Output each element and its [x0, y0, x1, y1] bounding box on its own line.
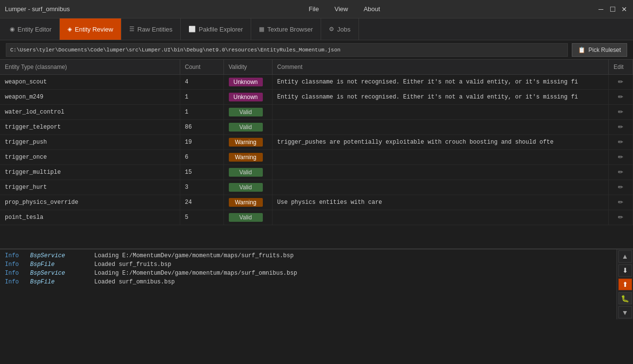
edit-button-4[interactable]: ✏ [618, 138, 623, 146]
menu-about[interactable]: About [360, 4, 383, 14]
table-row: prop_physics_override 24 Warning Use phy… [0, 195, 633, 210]
cell-count-0: 4 [180, 75, 223, 90]
cell-comment-3 [272, 120, 609, 135]
cell-edit-1: ✏ [609, 90, 633, 105]
log-row: Info BspFile Loaded surf_fruits.bsp [0, 260, 633, 269]
log-source-3: BspFile [30, 279, 88, 285]
tab-raw-entities[interactable]: ☰ Raw Entities [121, 18, 181, 40]
cell-edit-7: ✏ [609, 180, 633, 195]
download-log-button[interactable]: ⬇ [618, 265, 632, 277]
edit-button-7[interactable]: ✏ [618, 183, 623, 191]
table-row: trigger_push 19 Warning trigger_pushes a… [0, 135, 633, 150]
minimize-button[interactable]: ─ [597, 5, 605, 13]
raw-entities-icon: ☰ [129, 26, 135, 33]
scroll-down-button[interactable]: ▼ [618, 306, 632, 318]
cell-entity-type-6: trigger_multiple [0, 165, 180, 180]
edit-button-3[interactable]: ✏ [618, 123, 623, 131]
log-message-0: Loading E:/MomentumDev/game/momentum/map… [94, 252, 293, 259]
cell-count-8: 24 [180, 195, 223, 210]
cell-comment-0: Entity classname is not recognised. Eith… [272, 75, 609, 90]
log-controls: ▲ ⬇ ⬆ 🐛 ▼ [616, 249, 633, 319]
cell-comment-7 [272, 180, 609, 195]
bug-report-button[interactable]: 🐛 [618, 292, 632, 304]
jobs-icon: ⚙ [329, 26, 334, 33]
edit-button-5[interactable]: ✏ [618, 153, 623, 161]
validity-badge-2: Valid [229, 108, 263, 116]
close-button[interactable]: ✕ [620, 5, 628, 13]
cell-edit-0: ✏ [609, 75, 633, 90]
table-row: point_tesla 5 Valid ✏ [0, 210, 633, 225]
cell-comment-9 [272, 210, 609, 225]
entity-review-icon: ◈ [68, 26, 72, 33]
header-count: Count [180, 60, 223, 75]
tab-entity-review[interactable]: ◈ Entity Review [60, 18, 121, 40]
window-controls: ─ ☐ ✕ [597, 5, 628, 13]
cell-entity-type-9: point_tesla [0, 210, 180, 225]
cell-entity-type-2: water_lod_control [0, 105, 180, 120]
cell-validity-9: Valid [223, 210, 272, 225]
edit-button-9[interactable]: ✏ [618, 214, 623, 221]
validity-badge-4: Warning [229, 138, 263, 147]
tab-entity-editor-label: Entity Editor [17, 26, 51, 33]
validity-badge-7: Valid [229, 183, 263, 192]
table-header-row: Entity Type (classname) Count Validity C… [0, 60, 633, 75]
table-body: weapon_scout 4 Unknown Entity classname … [0, 75, 633, 225]
validity-badge-6: Valid [229, 168, 263, 177]
maximize-button[interactable]: ☐ [609, 5, 616, 13]
edit-button-1[interactable]: ✏ [618, 93, 623, 100]
tab-jobs[interactable]: ⚙ Jobs [321, 18, 359, 40]
main-content: Entity Type (classname) Count Validity C… [0, 60, 633, 249]
header-validity: Validity [223, 60, 272, 75]
tab-pakfile-explorer[interactable]: ⬜ Pakfile Explorer [181, 18, 251, 40]
pick-ruleset-icon: 📋 [578, 47, 585, 53]
cell-count-1: 1 [180, 90, 223, 105]
tab-bar: ◉ Entity Editor ◈ Entity Review ☰ Raw En… [0, 18, 633, 40]
log-rows-container: Info BspService Loading E:/MomentumDev/g… [0, 251, 633, 286]
edit-button-8[interactable]: ✏ [618, 199, 623, 206]
cell-count-3: 86 [180, 120, 223, 135]
cell-comment-1: Entity classname is not recognised. Eith… [272, 90, 609, 105]
table-row: weapon_scout 4 Unknown Entity classname … [0, 75, 633, 90]
title-bar: Lumper - surf_omnibus File View About ─ … [0, 0, 633, 18]
ruleset-path-input[interactable] [6, 43, 568, 57]
menu-view[interactable]: View [331, 4, 351, 14]
table-row: water_lod_control 1 Valid ✏ [0, 105, 633, 120]
header-entity-type: Entity Type (classname) [0, 60, 180, 75]
pick-ruleset-button[interactable]: 📋 Pick Ruleset [572, 43, 627, 57]
tab-texture-label: Texture Browser [267, 26, 313, 33]
log-source-1: BspFile [30, 261, 88, 268]
cell-entity-type-1: weapon_m249 [0, 90, 180, 105]
log-level-3: Info [5, 279, 24, 285]
menu-file[interactable]: File [306, 4, 322, 14]
cell-comment-2 [272, 105, 609, 120]
upload-button[interactable]: ⬆ [618, 279, 632, 291]
log-panel[interactable]: Info BspService Loading E:/MomentumDev/g… [0, 249, 633, 319]
tab-raw-entities-label: Raw Entities [137, 26, 172, 33]
edit-button-0[interactable]: ✏ [618, 78, 623, 85]
validity-badge-3: Valid [229, 123, 263, 132]
cell-edit-8: ✏ [609, 195, 633, 210]
cell-count-9: 5 [180, 210, 223, 225]
cell-validity-8: Warning [223, 195, 272, 210]
table-container[interactable]: Entity Type (classname) Count Validity C… [0, 60, 633, 249]
tab-texture-browser[interactable]: ▦ Texture Browser [251, 18, 321, 40]
header-comment: Comment [272, 60, 609, 75]
entity-table: Entity Type (classname) Count Validity C… [0, 60, 633, 225]
cell-comment-8: Use physics entities with care [272, 195, 609, 210]
log-source-0: BspService [30, 252, 88, 259]
edit-button-2[interactable]: ✏ [618, 108, 623, 116]
cell-edit-2: ✏ [609, 105, 633, 120]
cell-comment-5 [272, 150, 609, 165]
tab-entity-editor[interactable]: ◉ Entity Editor [2, 18, 60, 40]
cell-count-5: 6 [180, 150, 223, 165]
cell-edit-9: ✏ [609, 210, 633, 225]
scroll-up-button[interactable]: ▲ [618, 250, 632, 263]
tab-jobs-label: Jobs [337, 26, 350, 33]
tab-entity-review-label: Entity Review [75, 26, 113, 33]
pakfile-icon: ⬜ [188, 26, 196, 33]
texture-icon: ▦ [259, 26, 264, 33]
table-row: weapon_m249 1 Unknown Entity classname i… [0, 90, 633, 105]
cell-entity-type-5: trigger_once [0, 150, 180, 165]
edit-button-6[interactable]: ✏ [618, 168, 623, 176]
log-message-2: Loading E:/MomentumDev/game/momentum/map… [94, 270, 297, 277]
